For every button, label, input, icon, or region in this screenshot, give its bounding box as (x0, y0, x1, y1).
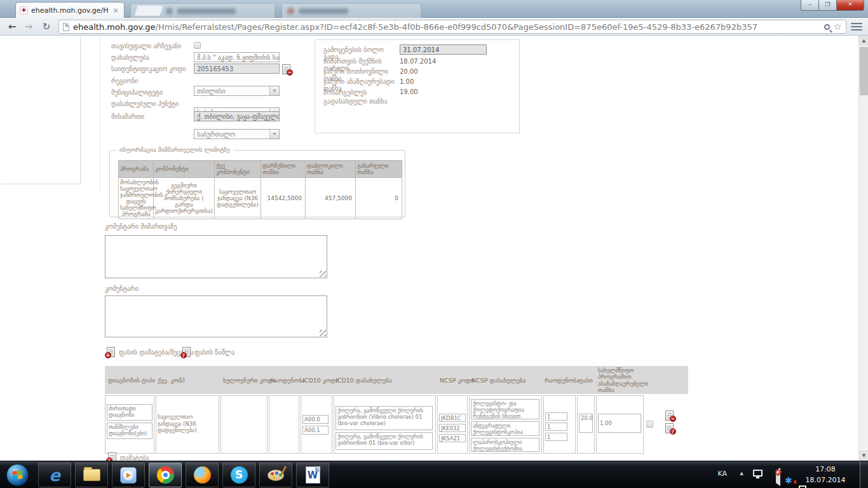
clear-id-icon[interactable]: − (282, 64, 290, 74)
ncsp-name-cell: ქოლეცისტო– და ქოლედოქოგრაფია რენტგენის ს… (469, 395, 542, 454)
address-input[interactable]: ქ. თბილისი, ვაჟა-ფშაველას №29 (194, 111, 280, 121)
zoom-icon[interactable] (824, 24, 830, 30)
tray-expand-icon[interactable]: ▲ (740, 471, 743, 476)
limit-blocked-cell: 457,5000 (306, 178, 356, 219)
limit-header-row: პროგრამა კომპონენტი ქვე კომპონენტი დარჩე… (119, 161, 402, 178)
start-button[interactable] (6, 464, 29, 486)
municipality-label: მუნიციპალიტეტი (111, 89, 163, 96)
region-select[interactable]: თბილისი (194, 86, 280, 96)
price-box[interactable]: 20.00 (579, 414, 593, 433)
referral-comment-textarea[interactable] (105, 235, 327, 278)
icd10-code-cell: A00.0 A00.1 (301, 395, 332, 454)
price-delete-button[interactable]: ∕ ფასის წაშლა (182, 347, 234, 357)
chrome-menu-icon[interactable] (850, 22, 863, 32)
forward-button[interactable]: → (22, 20, 36, 34)
chevron-down-icon[interactable] (269, 130, 279, 139)
chevron-down-icon[interactable] (269, 86, 279, 95)
media-player-icon (120, 467, 137, 484)
resize-grip-icon[interactable] (320, 271, 326, 277)
ncsp-name-box[interactable]: ლაპაროსკოპიული ქოლეცისტექტომია (471, 438, 539, 452)
settlement-label: დასახლებული პუნქტი (111, 100, 179, 107)
taskbar-ie-button[interactable]: e (38, 463, 71, 487)
scroll-up-icon[interactable]: ▲ (859, 36, 868, 46)
limit-remaining-cell: 14542,5000 (261, 178, 306, 219)
secondary-diagnosis-input[interactable]: თანმხლები დიაგნოზი(ები) (107, 423, 153, 439)
back-button[interactable]: ← (5, 20, 19, 34)
power-plug-icon[interactable] (799, 485, 806, 488)
quantity-input[interactable]: 1 (545, 423, 567, 431)
quantity-input[interactable]: 1 (545, 433, 567, 441)
limit-component-cell: გეგმიური ქირურგიული მომსახურება ( გარდა … (154, 178, 215, 219)
id-code-label: საიდენტიფიკაციო კოდი (111, 65, 186, 72)
taskbar-chrome-button[interactable] (149, 463, 182, 487)
system-tray: KA ▲ ✱x 17:08 18.07.2014 (858, 461, 868, 488)
referral-info-panel: გამოყენების ბოლო ვადა 31.07.2014 მიმართვ… (315, 39, 520, 133)
row-remove-icon[interactable]: − (665, 410, 674, 421)
diagnosis-type-cell: ძირითადი დიაგნოზი თანმხლები დიაგნოზი(ები… (105, 395, 154, 454)
clock[interactable]: 17:08 18.07.2014 (798, 464, 853, 485)
icd10-code-input[interactable]: A00.0 (302, 415, 329, 424)
language-indicator[interactable]: KA (717, 470, 727, 478)
ncsp-code-input[interactable]: JKDB1C (439, 414, 466, 422)
tab-active[interactable]: ✚ ehealth.moh.gov.ge/Hmis × (15, 2, 125, 18)
reimbursable-box[interactable]: 1.00 (598, 414, 641, 433)
url-bar[interactable]: ehealth.moh.gov.ge/Hmis/Referralstest/Pa… (58, 20, 846, 34)
taskbar-wmp-button[interactable] (112, 463, 145, 487)
taskbar-word-button[interactable]: W (296, 463, 329, 487)
ncsp-code-input[interactable]: JKSA21 (439, 434, 466, 442)
bookmark-star-icon[interactable]: ☆ (834, 20, 842, 33)
settlement-select[interactable]: საბურთალო (194, 129, 280, 139)
row-delete-icon[interactable]: ∕ (665, 423, 674, 433)
region-value: თბილისი (197, 88, 226, 95)
subcomponent-cell: საყოველთაო ჯანდაცვა (N36 დადგენილება) (156, 395, 219, 454)
chrome-icon (157, 466, 174, 484)
col-ncsp-code: NCSP კოდი (440, 377, 474, 384)
taskbar-paint-button[interactable] (259, 463, 292, 487)
slash-badge-icon: ∕ (670, 428, 676, 435)
limit-col-spent: გახარჯული თანხა (357, 163, 388, 175)
sync-app-icon[interactable]: ✱x (785, 476, 794, 485)
url-text[interactable]: ehealth.moh.gov.ge/Hmis/Referralstest/Pa… (73, 22, 820, 32)
limit-subcomponent-cell: საყოველთაო ჯანდაცვა (N36 დადგენილება) (215, 178, 261, 219)
icd10-name-box[interactable]: ქოლერა, გამოწვეული ქოლერის ვიბრიონით (Vi… (336, 406, 433, 430)
quantity-input[interactable]: 1 (545, 412, 567, 421)
taskbar-explorer-button[interactable] (75, 463, 108, 487)
network-icon[interactable] (753, 470, 763, 477)
resize-grip-icon[interactable] (320, 330, 326, 336)
window-minimize-button[interactable]: – (801, 0, 819, 11)
ncsp-code-input[interactable]: JKE032 (439, 424, 466, 432)
reimbursable-value: 1.00 (400, 78, 414, 85)
name-input[interactable]: შ.პ.ს " აკად. ნ.ყიფშიძის სახელობის ქ (194, 52, 280, 62)
tab-background-1[interactable] (130, 3, 275, 18)
tab-background-2[interactable] (281, 3, 421, 18)
free-choice-label: თავისუფალი არჩევანი (111, 43, 181, 50)
icd10-code-input[interactable]: A00.1 (302, 426, 329, 435)
windows-logo-icon (12, 470, 23, 480)
icd10-name-cell: ქოლერა, გამოწვეული ქოლერის ვიბრიონით (Vi… (334, 395, 436, 454)
window-restore-button[interactable]: ❐ (819, 0, 837, 11)
document-icon: ∕ (182, 347, 191, 357)
window-close-button[interactable]: ✕ (837, 0, 864, 11)
ncsp-name-box[interactable]: ანტეგრადული ქოლეცისტოსკოპია (471, 421, 539, 435)
page-scrollbar[interactable]: ▲ ▼ (858, 36, 868, 461)
scrollbar-thumb[interactable] (860, 47, 868, 95)
col-artificial-code: ხელოვნური კოდი (223, 377, 276, 384)
show-desktop-button[interactable] (860, 461, 868, 488)
price-cell: 20.00 (577, 395, 595, 454)
main-diagnosis-input[interactable]: ძირითადი დიაგნოზი (107, 404, 153, 421)
taskbar-firefox-button[interactable] (186, 463, 219, 487)
tab-close-icon[interactable]: × (111, 6, 120, 15)
ncsp-name-box[interactable]: ქოლეცისტო– და ქოლედოქოგრაფია რენტგენის ს… (471, 399, 539, 419)
volume-muted-icon[interactable] (773, 471, 780, 483)
expiry-input[interactable]: 31.07.2014 (400, 44, 487, 55)
comment-textarea[interactable] (105, 295, 327, 337)
id-code-input[interactable]: 205165453 (194, 64, 280, 74)
subcomponent-text: საყოველთაო ჯანდაცვა (N36 დადგენილება) (158, 397, 217, 434)
row-checkbox[interactable] (646, 421, 653, 428)
refresh-button[interactable]: ↻ (39, 20, 53, 34)
payable-value: 19.00 (400, 88, 418, 95)
scroll-down-icon[interactable]: ▼ (859, 451, 868, 461)
free-choice-checkbox[interactable] (194, 42, 201, 49)
icd10-name-box[interactable]: ქოლერა, გამოწვეული ქოლერის ვიბრიონით 01 … (336, 432, 433, 450)
taskbar-skype-button[interactable]: S (222, 463, 255, 487)
